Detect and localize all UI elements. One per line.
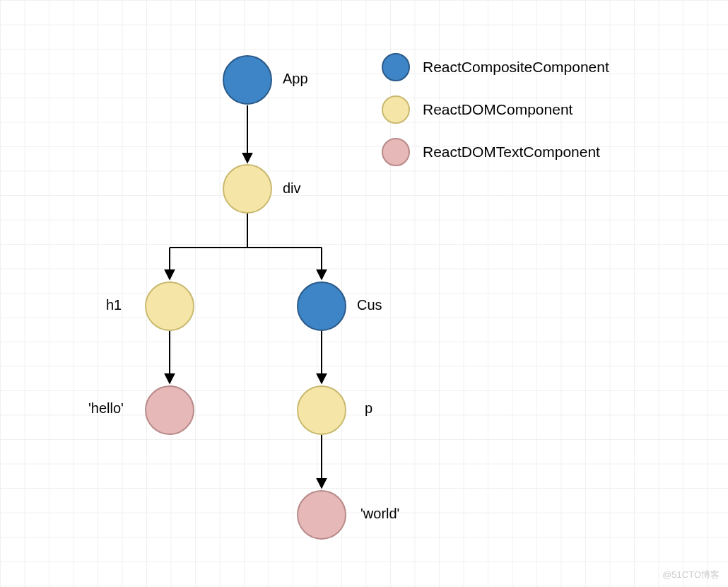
legend: ReactCompositeComponent ReactDOMComponen… [382, 53, 609, 180]
node-p [297, 385, 346, 435]
node-div-label: div [283, 180, 301, 197]
background-grid [0, 0, 728, 587]
node-h1-label: h1 [106, 297, 122, 313]
node-world [297, 490, 346, 540]
legend-item-dom: ReactDOMComponent [382, 95, 609, 124]
node-app [223, 55, 272, 105]
node-hello-label: 'hello' [88, 400, 124, 417]
node-hello [145, 385, 194, 435]
legend-label-dom: ReactDOMComponent [423, 101, 573, 118]
legend-label-composite: ReactCompositeComponent [423, 59, 609, 76]
node-div [223, 164, 272, 214]
legend-item-text: ReactDOMTextComponent [382, 138, 609, 166]
legend-circle-icon [382, 53, 410, 81]
legend-circle-icon [382, 138, 410, 166]
node-cus [297, 281, 346, 331]
watermark: @51CTO博客 [662, 569, 720, 581]
node-app-label: App [283, 71, 308, 87]
node-h1 [145, 281, 194, 331]
legend-label-text: ReactDOMTextComponent [423, 144, 600, 161]
node-world-label: 'world' [360, 506, 399, 522]
legend-circle-icon [382, 95, 410, 124]
node-p-label: p [365, 400, 372, 417]
node-cus-label: Cus [357, 297, 382, 313]
legend-item-composite: ReactCompositeComponent [382, 53, 609, 81]
